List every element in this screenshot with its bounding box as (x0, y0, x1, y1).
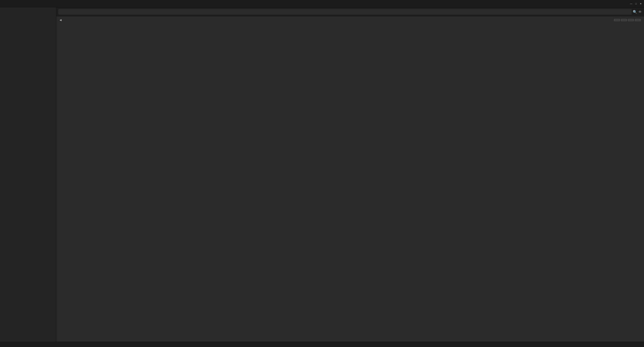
search-icon: 🔍 (633, 10, 637, 14)
set-as-default-button[interactable] (614, 19, 620, 21)
section-subtitle (56, 24, 644, 26)
import-button[interactable] (628, 19, 634, 21)
section-title-left: ◀ (59, 18, 63, 21)
content-area: 🔍 👁 ◀ (56, 7, 644, 342)
titlebar: — □ ✕ (0, 0, 644, 7)
collapse-section-arrow[interactable]: ◀ (59, 18, 62, 21)
maximize-button[interactable]: □ (634, 2, 638, 6)
tabs-bar (8, 0, 628, 7)
section-buttons (614, 19, 641, 21)
reset-to-defaults-button[interactable] (635, 19, 641, 21)
statusbar (0, 342, 644, 347)
main-layout: 🔍 👁 ◀ (0, 7, 644, 342)
section-title: ◀ (56, 16, 644, 24)
close-button[interactable]: ✕ (639, 2, 643, 6)
window-controls: — □ ✕ (628, 2, 644, 6)
visibility-icon[interactable]: 👁 (638, 10, 642, 14)
minimize-button[interactable]: — (629, 2, 633, 6)
search-input[interactable] (58, 9, 631, 14)
search-bar: 🔍 👁 (56, 7, 644, 16)
sidebar (0, 7, 56, 342)
app-logo (0, 0, 8, 7)
export-button[interactable] (621, 19, 627, 21)
